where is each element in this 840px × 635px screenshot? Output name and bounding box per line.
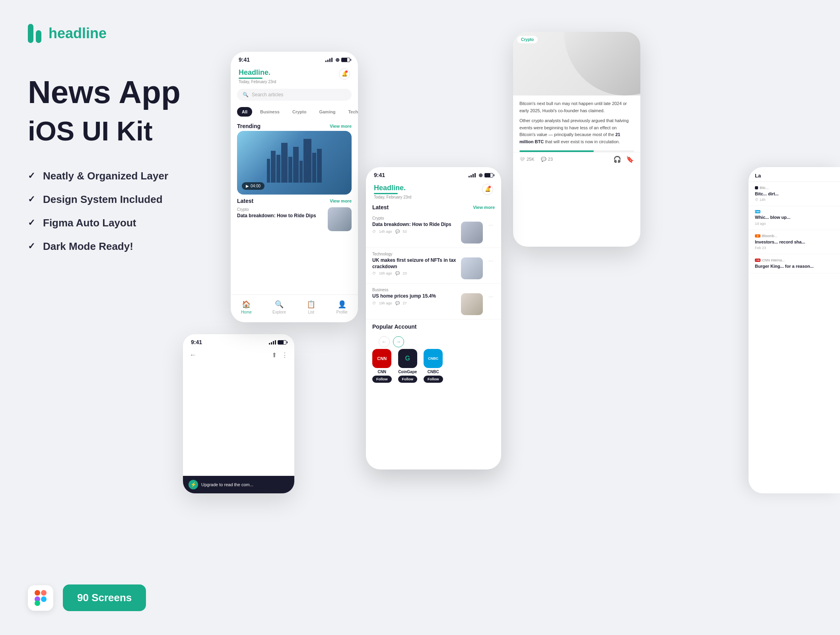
svg-point-4: [41, 596, 47, 602]
article-meta-1: ⏱ 16h ago 💬 23: [372, 271, 457, 275]
article-text-1: Bitcoin's next bull run may not happen u…: [519, 100, 634, 114]
bottom-nav-1: 🏠 Home 🔍 Explore 📋 List 👤 Profile: [231, 294, 358, 322]
status-bar-4: 9:41: [183, 334, 294, 348]
comment-icon-1: 💬: [395, 271, 400, 275]
partial-article-2[interactable]: CNBC Whic... blow up... 1d ago: [749, 206, 840, 230]
battery-icon-4: [278, 340, 286, 345]
more-icon[interactable]: ⋮: [282, 351, 288, 359]
share-icon[interactable]: ⬆: [272, 351, 277, 359]
feature-item-4: ✓ Dark Mode Ready!: [28, 240, 195, 253]
partial-meta-2: 1d ago: [755, 222, 834, 226]
article-meta-0: ⏱ 14h ago 💬 53: [372, 230, 457, 234]
signal-bars-4: [269, 340, 276, 345]
follow-coingape[interactable]: Follow: [398, 376, 418, 383]
partial-article-1[interactable]: Bitc... Bitc... dirt... ⏱ 14h: [749, 182, 840, 206]
nav-explore[interactable]: 🔍 Explore: [272, 300, 286, 314]
status-time-4: 9:41: [191, 339, 202, 345]
notification-bell[interactable]: 🔔: [339, 68, 350, 80]
headline-underline-2: [374, 193, 398, 194]
arrow-right[interactable]: →: [393, 336, 404, 347]
account-cnn: CNN CNN Follow: [372, 349, 392, 383]
phone-header-1: Headline. Today, February 23rd 🔔: [231, 65, 358, 86]
partial-source-row-1: Bitc...: [755, 186, 834, 190]
partial-article-4[interactable]: CNN CNN Interna... Burger King... for a …: [749, 254, 840, 273]
tab-techno[interactable]: Techno...: [343, 107, 358, 117]
article-meta-2: ⏱ 19h ago 💬 27: [372, 301, 457, 305]
tab-business[interactable]: Business: [255, 107, 284, 117]
heart-icon: 🤍: [519, 157, 525, 162]
screens-button[interactable]: 90 Screens: [63, 584, 146, 611]
feature-item-2: ✓ Design System Included: [28, 193, 195, 206]
main-title: News App: [28, 75, 195, 110]
app-logo-2: Headline. Today, February 23rd: [374, 184, 411, 199]
notification-dot: [345, 70, 348, 73]
article-row-2: US home prices jump 15.4% ⏱ 19h ago 💬 27…: [372, 293, 495, 315]
nav-home[interactable]: 🏠 Home: [241, 300, 252, 314]
partial-headline-4: Burger King... for a reason...: [755, 263, 834, 269]
follow-cnbc[interactable]: Follow: [424, 376, 443, 383]
latest-content: Crypto Data breakdown: How to Ride Dips: [237, 207, 324, 219]
article-thumb-0: [461, 222, 483, 243]
search-bar-1[interactable]: 🔍 Search articles: [237, 89, 352, 101]
app-logo-1: Headline. Today, February 23rd: [239, 68, 276, 84]
upgrade-bar[interactable]: ⚡ Upgrade to read the com...: [183, 476, 294, 493]
popular-section: Popular Account ← → CNN CNN Follow G: [366, 319, 501, 387]
back-button[interactable]: ←: [189, 351, 196, 359]
partial-meta-3: Feb 23: [755, 246, 834, 250]
popular-title: Popular Account: [372, 323, 495, 330]
logo-text: headline: [49, 25, 107, 42]
account-coingape: G CoinGape Follow: [398, 349, 418, 383]
bookmark-icon[interactable]: 🔖: [626, 156, 634, 163]
follow-cnn[interactable]: Follow: [372, 376, 392, 383]
clock-icon-0: ⏱: [372, 230, 376, 234]
category-tabs-1: All Business Crypto Gaming Techno... ⚙: [231, 104, 358, 120]
latest-card-1[interactable]: Crypto Data breakdown: How to Ride Dips: [237, 207, 352, 231]
cnn-logo: CNN: [372, 349, 391, 368]
article-dots-0[interactable]: ···: [487, 222, 495, 228]
latest-section-1: Latest View more Crypto Data breakdown: …: [231, 195, 358, 234]
person-image: [564, 32, 640, 95]
article-cat-0: Crypto: [372, 216, 495, 220]
notification-bell-2[interactable]: 🔔: [482, 184, 493, 195]
skyline: [237, 139, 352, 183]
tab-crypto[interactable]: Crypto: [288, 107, 311, 117]
article-content-2: US home prices jump 15.4% ⏱ 19h ago 💬 27: [372, 293, 457, 305]
cnn-source-icon: CNN: [755, 259, 760, 262]
trending-card[interactable]: ▶ 04:00 Ukraine conflict: Kyiv braces fo…: [237, 131, 352, 195]
nav-profile[interactable]: 👤 Profile: [336, 300, 347, 314]
arrow-left[interactable]: ←: [379, 336, 390, 347]
phone-2: 9:41 ⊛ Headline. Today, February 23rd: [366, 167, 501, 469]
phone-3: Crypto Bitcoin's next bull run may not h…: [513, 32, 640, 247]
latest-label-right: La: [755, 173, 761, 179]
article-technology[interactable]: Technology UK makes first seizure of NFT…: [366, 248, 501, 284]
phone-right-partial: La Bitc... Bitc... dirt... ⏱ 14h CNBC Wh…: [749, 167, 840, 493]
bloomberg-label: Bloomb...: [762, 234, 777, 238]
feature-text-4: Dark Mode Ready!: [43, 240, 133, 253]
article-business[interactable]: Business US home prices jump 15.4% ⏱ 19h…: [366, 284, 501, 319]
view-more-trending[interactable]: View more: [330, 124, 352, 129]
audio-icon[interactable]: 🎧: [613, 156, 621, 163]
view-more-latest[interactable]: View more: [330, 199, 352, 203]
upgrade-text: Upgrade to read the com...: [201, 482, 253, 487]
article-dots-1[interactable]: ···: [487, 257, 495, 264]
home-icon: 🏠: [242, 300, 251, 309]
partial-article-3[interactable]: B Bloomb... Investors... record sha... F…: [749, 230, 840, 254]
nav-list[interactable]: 📋 List: [307, 300, 315, 314]
article-action-icons: ⬆ ⋮: [272, 351, 288, 359]
view-more-2[interactable]: View more: [473, 205, 495, 210]
tab-gaming[interactable]: Gaming: [314, 107, 340, 117]
tab-all[interactable]: All: [237, 107, 252, 117]
comment-action[interactable]: 💬 23: [541, 157, 553, 162]
trending-label: Trending: [237, 123, 261, 129]
article-content-1: UK makes first seizure of NFTs in tax cr…: [372, 257, 457, 275]
check-icon-4: ✓: [28, 241, 35, 251]
article-row-0: Data breakdown: How to Ride Dips ⏱ 14h a…: [372, 222, 495, 243]
article-cat-1: Technology: [372, 252, 495, 256]
partial-source-row-2: CNBC: [755, 210, 834, 213]
like-action[interactable]: 🤍 25K: [519, 157, 535, 162]
clock-icon-1: ⏱: [372, 271, 376, 275]
bloomberg-source-icon: B: [755, 234, 760, 238]
article-dots-2[interactable]: ···: [487, 293, 495, 300]
feature-item-1: ✓ Neatly & Organized Layer: [28, 170, 195, 182]
article-crypto[interactable]: Crypto Data breakdown: How to Ride Dips …: [366, 212, 501, 248]
